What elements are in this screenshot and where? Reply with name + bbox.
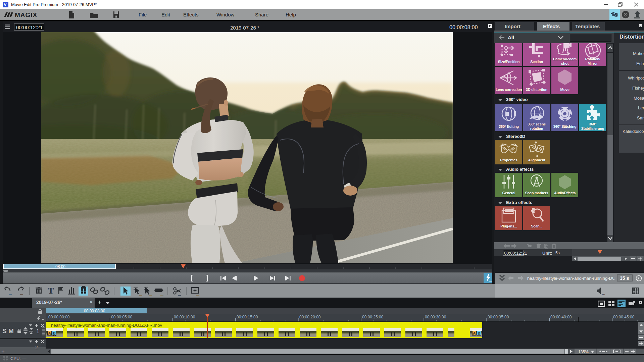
svg-text:...: ... bbox=[160, 292, 163, 296]
svg-text:...: ... bbox=[20, 292, 23, 296]
svg-text:...: ... bbox=[178, 292, 181, 296]
svg-text:MAGIX: MAGIX bbox=[15, 11, 37, 18]
svg-text:...: ... bbox=[9, 292, 12, 296]
svg-text:...: ... bbox=[149, 292, 152, 296]
svg-text:...: ... bbox=[139, 292, 142, 296]
svg-text:...: ... bbox=[196, 292, 199, 296]
svg-text:T: T bbox=[48, 286, 54, 296]
